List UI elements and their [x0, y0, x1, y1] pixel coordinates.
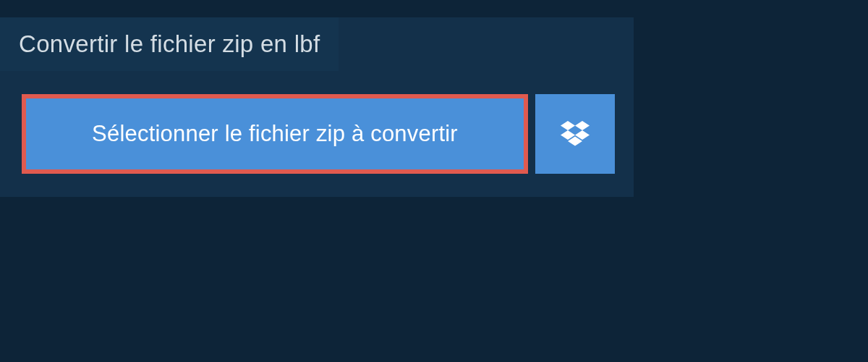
select-file-button[interactable]: Sélectionner le fichier zip à convertir	[22, 94, 528, 174]
converter-panel: Convertir le fichier zip en lbf Sélectio…	[0, 17, 634, 197]
dropbox-button[interactable]	[535, 94, 615, 174]
dropbox-icon	[561, 121, 590, 147]
button-row: Sélectionner le fichier zip à convertir	[22, 94, 634, 174]
page-title: Convertir le fichier zip en lbf	[0, 17, 339, 71]
select-file-button-label: Sélectionner le fichier zip à convertir	[92, 121, 458, 147]
